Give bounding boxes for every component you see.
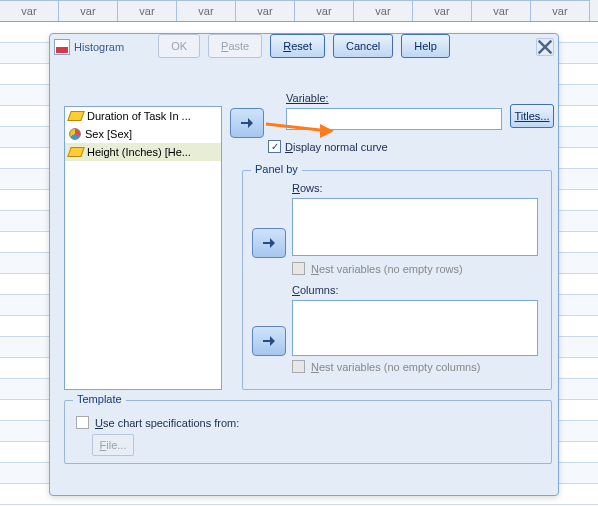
- variable-label: Variable:: [286, 92, 329, 104]
- columns-label: Columns:: [292, 284, 338, 296]
- use-chart-spec-checkbox[interactable]: Use chart specifications from:: [76, 416, 239, 429]
- columns-input[interactable]: [292, 300, 538, 356]
- list-item-label: Duration of Task In ...: [87, 110, 191, 122]
- scale-icon: [67, 147, 85, 157]
- checkbox-icon: [76, 416, 89, 429]
- variable-input[interactable]: [286, 108, 502, 130]
- column-header[interactable]: var: [0, 0, 59, 21]
- ok-button: OK: [158, 34, 200, 58]
- checkbox-icon: [292, 360, 305, 373]
- reset-button[interactable]: Reset: [270, 34, 325, 58]
- help-button[interactable]: Help: [401, 34, 450, 58]
- column-header[interactable]: var: [236, 0, 295, 21]
- column-header[interactable]: var: [295, 0, 354, 21]
- nest-rows-checkbox: Nest variables (no empty rows): [292, 262, 463, 275]
- scale-icon: [67, 111, 85, 121]
- list-item-label: Height (Inches) [He...: [87, 146, 191, 158]
- list-item-label: Sex [Sex]: [85, 128, 132, 140]
- titles-button[interactable]: Titles...: [510, 104, 554, 128]
- list-item[interactable]: Sex [Sex]: [65, 125, 221, 143]
- column-header[interactable]: var: [59, 0, 118, 21]
- dialog-button-row: OK Paste Reset Cancel Help: [50, 34, 558, 58]
- checkbox-icon: [292, 262, 305, 275]
- template-group: Template: [64, 400, 552, 464]
- rows-input[interactable]: [292, 198, 538, 256]
- variable-source-list[interactable]: Duration of Task In ...Sex [Sex]Height (…: [64, 106, 222, 390]
- display-normal-curve-checkbox[interactable]: Display normal curve: [268, 140, 388, 153]
- column-header[interactable]: var: [177, 0, 236, 21]
- cancel-button[interactable]: Cancel: [333, 34, 393, 58]
- list-item[interactable]: Height (Inches) [He...: [65, 143, 221, 161]
- column-header[interactable]: var: [413, 0, 472, 21]
- checkbox-icon: [268, 140, 281, 153]
- nominal-icon: [69, 128, 81, 140]
- nest-columns-checkbox: Nest variables (no empty columns): [292, 360, 480, 373]
- paste-button: Paste: [208, 34, 262, 58]
- list-item[interactable]: Duration of Task In ...: [65, 107, 221, 125]
- panel-by-legend: Panel by: [251, 163, 302, 175]
- template-legend: Template: [73, 393, 126, 405]
- column-header[interactable]: var: [118, 0, 177, 21]
- column-header[interactable]: var: [472, 0, 531, 21]
- column-header[interactable]: var: [354, 0, 413, 21]
- move-to-columns-button[interactable]: [252, 326, 286, 356]
- move-to-rows-button[interactable]: [252, 228, 286, 258]
- histogram-dialog: Histogram Duration of Task In ...Sex [Se…: [49, 33, 559, 496]
- file-button: File...: [92, 434, 134, 456]
- move-to-variable-button[interactable]: [230, 108, 264, 138]
- rows-label: Rows:: [292, 182, 323, 194]
- column-header[interactable]: var: [531, 0, 590, 21]
